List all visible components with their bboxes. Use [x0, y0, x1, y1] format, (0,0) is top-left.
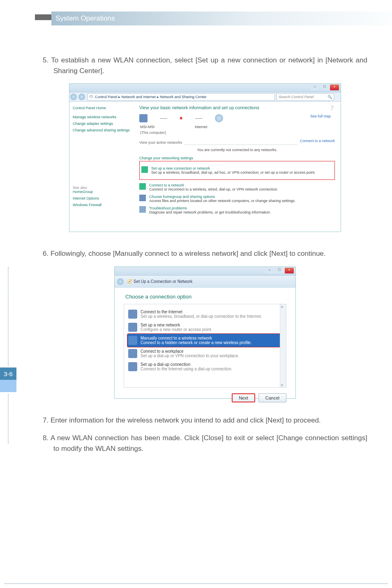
option-title: Set up a new connection or network	[151, 166, 316, 170]
wizard-option-workplace[interactable]: Connect to a workplace Set up a dial-up …	[127, 347, 284, 360]
see-also-link[interactable]: Windows Firewall	[73, 203, 130, 207]
node-internet: Internet	[195, 125, 208, 136]
sidebar-link[interactable]: Change adapter settings	[73, 122, 130, 126]
option-desc: Set up a wireless, broadband, dial-up, a…	[151, 170, 316, 175]
dialup-icon	[128, 362, 137, 371]
option-setup-new-connection[interactable]: Set up a new connection or network Set u…	[141, 166, 333, 175]
wizard-option-dialup[interactable]: Set up a dial-up connection Connect to t…	[127, 360, 284, 373]
wizard-option-new-network[interactable]: Set up a new network Configure a new rou…	[127, 321, 284, 334]
margin-dots-top	[8, 267, 9, 365]
wizard-titlebar: – □ ×	[115, 267, 295, 276]
change-settings-heading: Change your networking settings	[139, 156, 335, 160]
window-close-button[interactable]: ×	[330, 85, 339, 90]
option-connect-network[interactable]: Connect to a network Connect or reconnec…	[139, 183, 335, 191]
see-full-map-link[interactable]: See full map	[310, 114, 331, 136]
globe-icon	[128, 310, 137, 319]
screenshot-connection-wizard: – □ × 🧭 Set Up a Connection or Network C…	[114, 266, 296, 399]
option-title: Connect to a network	[149, 183, 278, 187]
wizard-header: 🧭 Set Up a Connection or Network	[115, 276, 295, 288]
homegroup-icon	[139, 195, 146, 201]
window-titlebar: – □ ×	[69, 84, 341, 92]
computer-icon	[139, 114, 148, 122]
option-desc: Connect to the Internet using a dial-up …	[141, 367, 232, 371]
active-networks-message: You are currently not connected to any n…	[139, 148, 335, 152]
chapter-title: System Operations	[51, 14, 115, 23]
cancel-button[interactable]: Cancel	[258, 393, 286, 402]
control-panel-sidebar: Control Panel Home Manage wireless netwo…	[69, 102, 134, 232]
option-desc: Connect or reconnect to a wireless, wire…	[149, 187, 278, 191]
search-placeholder: Search Control Panel	[279, 95, 314, 99]
next-button[interactable]: Next	[232, 393, 255, 402]
option-homegroup[interactable]: Choose homegroup and sharing options Acc…	[139, 195, 335, 203]
page-number: 3-6	[0, 368, 16, 380]
margin-dots-bottom	[8, 394, 9, 443]
workplace-icon	[128, 349, 137, 358]
map-line: ——	[160, 116, 167, 120]
wizard-options-list: Connect to the Internet Set up a wireles…	[124, 304, 286, 388]
option-title: Set up a dial-up connection	[141, 362, 232, 367]
option-title: Choose homegroup and sharing options	[149, 195, 295, 199]
active-networks-heading: View your active networks	[139, 140, 182, 145]
option-troubleshoot[interactable]: Troubleshoot problems Diagnose and repai…	[139, 206, 335, 214]
option-desc: Connect to a hidden network or create a …	[141, 340, 252, 345]
window-max-button[interactable]: □	[275, 268, 284, 273]
option-desc: Set up a wireless, broadband, or dial-up…	[141, 314, 262, 319]
option-desc: Set up a dial-up or VPN connection to yo…	[141, 354, 239, 358]
control-panel-home-link[interactable]: Control Panel Home	[73, 106, 130, 110]
chapter-header: System Operations	[51, 11, 392, 25]
option-title: Connect to the Internet	[141, 310, 262, 314]
nav-forward-button[interactable]	[78, 94, 85, 100]
screenshot-network-sharing-center: – □ × 🛡 Control Panel ▸ Network and Inte…	[69, 83, 341, 232]
search-icon: 🔍	[327, 95, 332, 99]
option-desc: Access files and printers located on oth…	[149, 199, 295, 203]
disconnected-icon: ✖	[180, 116, 183, 120]
new-connection-icon	[141, 166, 148, 173]
address-bar: 🛡 Control Panel ▸ Network and Internet ▸…	[69, 92, 341, 102]
help-icon[interactable]: ❔	[329, 105, 335, 111]
window-max-button[interactable]: □	[320, 85, 329, 90]
step-7: 7. Enter information for the wireless ne…	[43, 415, 367, 426]
sidebar-link[interactable]: Change advanced sharing settings	[73, 128, 130, 132]
wizard-option-manual-wireless[interactable]: Manually connect to a wireless network C…	[127, 334, 284, 347]
main-heading: View your basic network information and …	[139, 105, 335, 110]
option-title: Troubleshoot problems	[149, 206, 271, 210]
breadcrumb[interactable]: 🛡 Control Panel ▸ Network and Internet ▸…	[88, 93, 275, 101]
window-min-button[interactable]: –	[310, 85, 319, 90]
option-desc: Diagnose and repair network problems, or…	[149, 210, 271, 214]
header-gradient-stub	[35, 14, 52, 20]
wireless-icon	[128, 336, 137, 345]
wizard-option-internet[interactable]: Connect to the Internet Set up a wireles…	[127, 308, 284, 321]
node-computer: MSI-MSI	[140, 125, 166, 129]
highlight-box: Set up a new connection or network Set u…	[139, 161, 335, 180]
wizard-title: Set Up a Connection or Network	[134, 279, 192, 284]
nav-back-button[interactable]	[70, 94, 77, 100]
network-sharing-main: ❔ View your basic network information an…	[134, 102, 341, 232]
option-desc: Configure a new router or access point.	[141, 327, 212, 332]
see-also-link[interactable]: Internet Options	[73, 196, 130, 200]
scrollbar[interactable]	[280, 304, 286, 387]
wizard-heading: Choose a connection option	[125, 294, 295, 300]
step-6: 6. Followingly, choose [Manually connect…	[43, 248, 367, 259]
breadcrumb-text: Control Panel ▸ Network and Internet ▸ N…	[95, 95, 207, 99]
search-input[interactable]: Search Control Panel 🔍	[277, 93, 334, 101]
troubleshoot-icon	[139, 206, 146, 213]
option-title: Connect to a workplace	[141, 349, 239, 354]
sidebar-link[interactable]: Manage wireless networks	[73, 115, 130, 119]
see-also-heading: See also	[73, 186, 130, 190]
router-icon	[128, 323, 137, 332]
see-also-link[interactable]: HomeGroup	[73, 190, 130, 194]
page-footer-rule	[4, 583, 388, 584]
window-close-button[interactable]: ×	[285, 268, 294, 273]
step-5: 5. To establish a new WLAN connection, s…	[43, 55, 367, 76]
wizard-back-button[interactable]	[117, 278, 124, 285]
node-computer-sub: (This computer)	[140, 131, 166, 135]
step-8: 8. A new WLAN connection has been made. …	[43, 433, 367, 454]
internet-icon	[215, 114, 223, 122]
window-min-button[interactable]: –	[265, 268, 274, 273]
connect-icon	[139, 183, 146, 190]
map-line: ——	[195, 116, 203, 120]
connect-to-network-link[interactable]: Connect to a network	[300, 139, 335, 146]
option-title: Manually connect to a wireless network	[141, 336, 252, 340]
option-title: Set up a new network	[141, 323, 212, 327]
margin-accent	[0, 380, 16, 392]
